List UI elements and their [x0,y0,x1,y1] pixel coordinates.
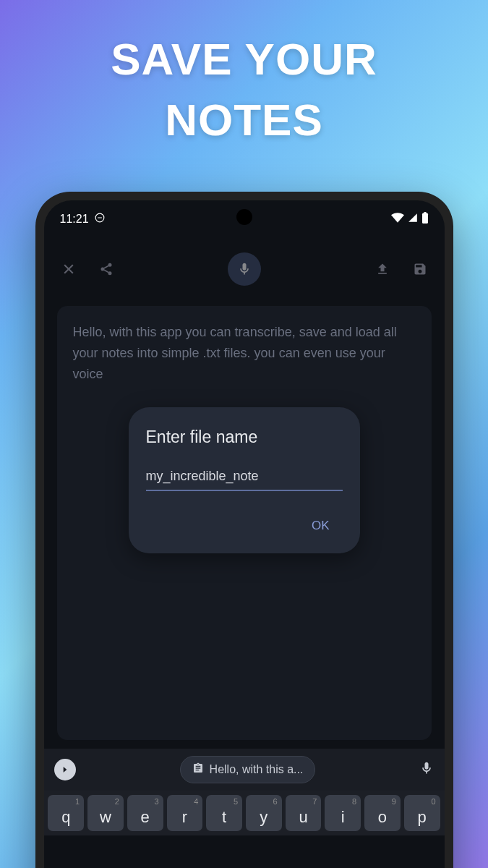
note-area[interactable]: Hello, with this app you can transcribe,… [57,306,432,740]
key-alt-num: 2 [115,797,119,806]
filename-input[interactable] [146,469,343,484]
key-e[interactable]: e3 [127,795,163,831]
key-w[interactable]: w2 [87,795,124,831]
key-alt-num: 6 [273,797,278,806]
key-alt-num: 1 [75,797,80,806]
dialog-input-wrap [146,469,343,491]
status-time: 11:21 [60,213,89,226]
keyboard-mic-icon[interactable] [419,761,434,778]
svg-line-10 [104,270,108,272]
key-alt-num: 5 [234,797,238,806]
save-dialog: Enter file name OK [129,407,360,553]
suggestion-text: Hello, with this a... [210,763,304,776]
key-y[interactable]: y6 [246,795,282,831]
note-text: Hello, with this app you can transcribe,… [73,322,416,384]
svg-line-9 [104,265,108,268]
wifi-icon [391,213,404,226]
signal-icon [407,213,419,226]
key-alt-num: 7 [312,797,317,806]
microphone-button[interactable] [228,252,261,286]
clipboard-suggestion-chip[interactable]: Hello, with this a... [180,756,316,783]
svg-rect-3 [424,212,426,213]
phone-screen: 11:21 [44,200,445,868]
svg-rect-2 [422,213,428,224]
key-q[interactable]: q1 [48,795,84,831]
phone-frame: 11:21 [35,192,453,868]
key-alt-num: 8 [352,797,356,806]
svg-point-8 [108,271,111,275]
ok-button[interactable]: OK [299,513,343,539]
save-icon[interactable] [411,260,429,278]
promo-title-line2: NOTES [0,90,488,150]
keyboard-row-1: q1w2e3r4t5y6u7i8o9p0 [48,795,440,831]
key-i[interactable]: i8 [325,795,361,831]
key-alt-num: 0 [431,797,435,806]
key-p[interactable]: p0 [404,795,440,831]
svg-point-7 [100,268,104,271]
svg-point-6 [108,263,111,267]
upload-icon[interactable] [374,260,391,278]
battery-icon [421,212,429,226]
close-icon[interactable] [60,260,77,278]
keyboard: q1w2e3r4t5y6u7i8o9p0 [44,791,445,835]
keyboard-suggestion-bar: Hello, with this a... [44,749,445,791]
app-toolbar [44,232,445,297]
expand-arrow-icon[interactable] [54,759,76,780]
clipboard-icon [192,762,204,777]
key-o[interactable]: o9 [364,795,401,831]
share-icon[interactable] [98,260,115,278]
promo-title: SAVE YOUR NOTES [0,0,488,150]
dnd-icon [95,213,105,226]
key-alt-num: 3 [154,797,158,806]
promo-title-line1: SAVE YOUR [0,29,488,90]
key-alt-num: 4 [194,797,198,806]
dialog-title: Enter file name [146,427,343,447]
key-alt-num: 9 [392,797,396,806]
key-u[interactable]: u7 [286,795,322,831]
key-r[interactable]: r4 [167,795,203,831]
camera-cutout [236,209,252,225]
key-t[interactable]: t5 [206,795,242,831]
